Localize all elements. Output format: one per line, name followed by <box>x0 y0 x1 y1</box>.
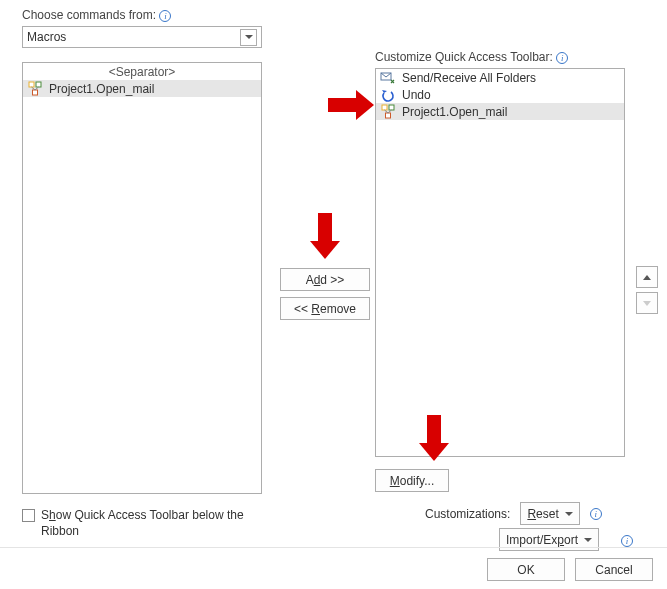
svg-rect-2 <box>33 90 38 95</box>
dropdown-value: Macros <box>27 30 66 44</box>
macro-icon <box>27 81 43 97</box>
macro-icon <box>380 104 396 120</box>
dropdown-button[interactable] <box>240 29 257 46</box>
info-icon: i <box>556 52 568 64</box>
available-commands-listbox[interactable]: <Separator> Project1.Open_mail <box>22 62 262 494</box>
remove-button[interactable]: << Remove <box>280 297 370 320</box>
list-item-label: Undo <box>402 88 431 102</box>
customize-qat-label: Customize Quick Access Toolbar: i <box>375 50 625 64</box>
choose-commands-label: Choose commands from: i <box>22 8 264 22</box>
qat-item-macro[interactable]: Project1.Open_mail <box>376 103 624 120</box>
show-qat-below-ribbon-checkbox[interactable] <box>22 509 35 522</box>
info-icon: i <box>590 508 602 520</box>
svg-rect-8 <box>386 113 391 118</box>
annotation-arrow-icon <box>328 98 356 112</box>
modify-button[interactable]: Modify... <box>375 469 449 492</box>
separator-item[interactable]: <Separator> <box>23 63 261 80</box>
undo-icon <box>380 87 396 103</box>
chevron-up-icon <box>643 275 651 280</box>
chevron-down-icon <box>584 538 592 542</box>
chevron-down-icon <box>245 35 253 39</box>
cancel-button[interactable]: Cancel <box>575 558 653 581</box>
commands-source-dropdown[interactable]: Macros <box>22 26 262 48</box>
macro-item[interactable]: Project1.Open_mail <box>23 80 261 97</box>
qat-commands-listbox[interactable]: Send/Receive All Folders Undo <box>375 68 625 457</box>
info-icon: i <box>159 10 171 22</box>
customizations-label: Customizations: <box>425 507 510 521</box>
qat-item-undo[interactable]: Undo <box>376 86 624 103</box>
svg-rect-0 <box>29 82 34 87</box>
chevron-down-icon <box>565 512 573 516</box>
list-item-label: Project1.Open_mail <box>49 82 154 96</box>
list-item-label: Project1.Open_mail <box>402 105 507 119</box>
ok-button[interactable]: OK <box>487 558 565 581</box>
list-item-label: Send/Receive All Folders <box>402 71 536 85</box>
move-up-button[interactable] <box>636 266 658 288</box>
add-button[interactable]: Add >> <box>280 268 370 291</box>
svg-rect-1 <box>36 82 41 87</box>
annotation-arrow-icon <box>318 213 332 241</box>
info-icon: i <box>621 535 633 547</box>
annotation-arrow-icon <box>427 415 441 443</box>
send-receive-icon <box>380 70 396 86</box>
show-qat-below-ribbon-label: Show Quick Access Toolbar below the Ribb… <box>41 507 282 539</box>
svg-rect-7 <box>389 105 394 110</box>
svg-rect-6 <box>382 105 387 110</box>
dialog-separator <box>0 547 667 548</box>
reset-dropdown[interactable]: Reset <box>520 502 579 525</box>
qat-item-send-receive[interactable]: Send/Receive All Folders <box>376 69 624 86</box>
move-down-button[interactable] <box>636 292 658 314</box>
chevron-down-icon <box>643 301 651 306</box>
